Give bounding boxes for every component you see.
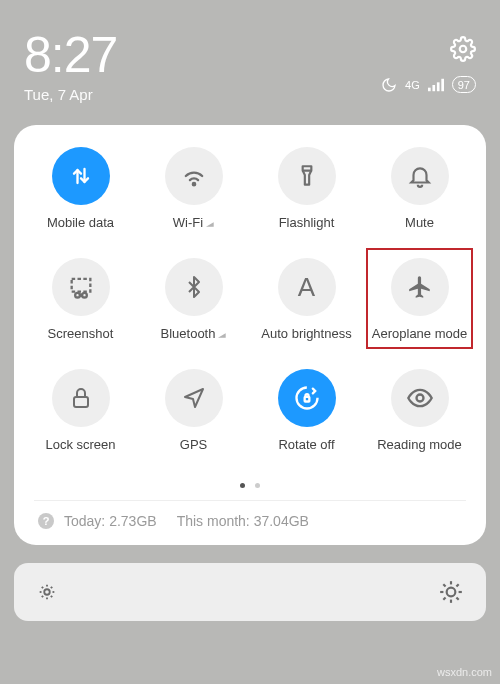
tile-screenshot[interactable]: Screenshot [24, 258, 137, 341]
svg-point-0 [460, 46, 467, 53]
tile-label: Auto brightness [261, 326, 351, 341]
tile-label: Mobile data [47, 215, 114, 230]
svg-point-9 [82, 293, 87, 298]
eye-icon [406, 384, 434, 412]
svg-rect-12 [74, 397, 88, 407]
page-indicator[interactable] [24, 474, 476, 492]
tile-label: Flashlight [279, 215, 335, 230]
signal-bars-icon [428, 78, 444, 92]
tile-auto-brightness[interactable]: A Auto brightness [250, 258, 363, 341]
tile-mute[interactable]: Mute [363, 147, 476, 230]
expander-icon[interactable]: ◢ [218, 331, 226, 338]
svg-rect-7 [71, 279, 90, 292]
brightness-low-icon [36, 581, 58, 603]
clock: 8:27 [24, 30, 117, 80]
svg-line-30 [443, 584, 445, 586]
date: Tue, 7 Apr [24, 86, 117, 103]
page-dot-1 [240, 483, 245, 488]
brightness-high-icon [438, 579, 464, 605]
svg-line-11 [79, 294, 81, 296]
tile-label: Wi-Fi [173, 215, 203, 230]
tile-lock-screen[interactable]: Lock screen [24, 369, 137, 452]
tile-label: Screenshot [48, 326, 114, 341]
info-icon: ? [38, 513, 54, 529]
tile-gps[interactable]: GPS [137, 369, 250, 452]
tile-aeroplane-mode[interactable]: Aeroplane mode [363, 258, 476, 341]
bell-icon [407, 163, 433, 189]
tile-label: Bluetooth [161, 326, 216, 341]
tile-wifi[interactable]: Wi-Fi◢ [137, 147, 250, 230]
tile-mobile-data[interactable]: Mobile data [24, 147, 137, 230]
svg-line-33 [456, 584, 458, 586]
svg-point-15 [416, 395, 423, 402]
status-bar: 8:27 Tue, 7 Apr 4G 97 [0, 0, 500, 115]
tile-label: Aeroplane mode [372, 326, 467, 341]
tile-label: Reading mode [377, 437, 462, 452]
bluetooth-icon [182, 275, 206, 299]
svg-line-23 [42, 596, 43, 597]
watermark: wsxdn.com [437, 666, 492, 678]
settings-gear-icon[interactable] [450, 36, 476, 62]
svg-point-25 [447, 588, 456, 597]
status-tray: 4G 97 [381, 76, 476, 93]
svg-line-21 [42, 587, 43, 588]
screenshot-icon [67, 273, 95, 301]
lock-icon [69, 386, 93, 410]
tile-label: Rotate off [278, 437, 334, 452]
svg-point-8 [75, 293, 80, 298]
svg-point-5 [192, 183, 194, 185]
usage-month: This month: 37.04GB [177, 513, 309, 529]
tile-bluetooth[interactable]: Bluetooth◢ [137, 258, 250, 341]
expander-icon[interactable]: ◢ [206, 220, 214, 227]
svg-line-24 [51, 587, 52, 588]
svg-line-22 [51, 596, 52, 597]
brightness-slider[interactable] [14, 563, 486, 621]
svg-rect-3 [437, 82, 440, 91]
tile-label: GPS [180, 437, 207, 452]
svg-rect-1 [428, 87, 431, 91]
network-type: 4G [405, 79, 420, 91]
page-dot-2 [255, 483, 260, 488]
data-usage-row[interactable]: ? Today: 2.73GB This month: 37.04GB [24, 501, 476, 531]
flashlight-icon [294, 163, 320, 189]
quick-settings-panel: Mobile data Wi-Fi◢ Flashlight Mute Scree [14, 125, 486, 545]
tile-label: Lock screen [45, 437, 115, 452]
svg-rect-2 [432, 85, 435, 91]
tile-rotate-off[interactable]: Rotate off [250, 369, 363, 452]
mobile-data-icon [67, 162, 95, 190]
svg-rect-6 [302, 166, 311, 170]
airplane-icon [407, 274, 433, 300]
tile-label: Mute [405, 215, 434, 230]
battery-pill: 97 [452, 76, 476, 93]
wifi-icon [180, 162, 208, 190]
auto-brightness-icon: A [298, 272, 315, 303]
tile-reading-mode[interactable]: Reading mode [363, 369, 476, 452]
navigation-icon [182, 386, 206, 410]
svg-point-16 [44, 589, 50, 595]
usage-today: Today: 2.73GB [64, 513, 157, 529]
svg-rect-4 [441, 78, 444, 90]
svg-rect-14 [304, 397, 309, 402]
dnd-moon-icon [381, 77, 397, 93]
svg-line-31 [456, 597, 458, 599]
rotation-lock-icon [293, 384, 321, 412]
tile-flashlight[interactable]: Flashlight [250, 147, 363, 230]
toggle-grid: Mobile data Wi-Fi◢ Flashlight Mute Scree [24, 147, 476, 452]
svg-line-32 [443, 597, 445, 599]
